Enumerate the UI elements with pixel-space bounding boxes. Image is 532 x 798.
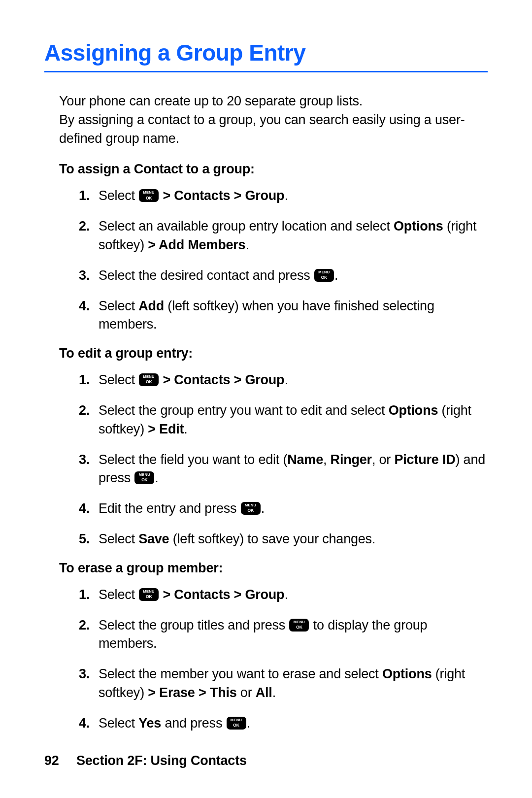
step-item: Select Add (left softkey) when you have … [79,297,488,334]
step-item: Select the member you want to erase and … [79,665,488,702]
step-item: Select Yes and press . [79,714,488,733]
bold-run: > Contacts > Group [163,372,284,387]
bold-run: Add [138,299,164,313]
text-run: Select [99,188,138,203]
menu-ok-icon [314,269,334,282]
bold-run: Ringer [331,452,372,467]
text-run: and press [161,716,226,731]
step-item: Select the field you want to edit (Name,… [79,451,488,488]
text-run: Edit the entry and press [99,501,240,516]
bold-run: > Edit [148,422,184,436]
text-run: Select [99,532,138,546]
subheading: To erase a group member: [59,561,488,576]
step-item: Select Save (left softkey) to save your … [79,530,488,549]
text-run: . [245,237,249,252]
section-label: Section 2F: Using Contacts [76,753,247,768]
text-run: Select the desired contact and press [99,268,314,283]
text-run: . [334,268,338,283]
step-item: Select the group entry you want to edit … [79,401,488,439]
text-run: , [323,452,331,467]
menu-ok-icon [139,588,159,601]
step-item: Select > Contacts > Group. [79,187,488,205]
step-list: Select > Contacts > Group.Select the gro… [79,371,488,549]
page-number: 92 [44,753,59,768]
text-run: . [247,716,250,731]
text-run: Select the field you want to edit ( [99,452,287,467]
menu-ok-icon [134,471,154,484]
bold-run: > Add Members [148,237,245,252]
text-run: . [284,188,288,203]
menu-ok-icon [139,189,159,202]
step-list: Select > Contacts > Group.Select the gro… [79,586,488,733]
bold-run: Yes [138,716,161,731]
bold-run: Save [138,532,169,546]
text-run: Select the group entry you want to edit … [99,403,389,418]
text-run: . [284,372,288,387]
bold-run: > Erase > This [148,685,236,700]
page-footer: 92 Section 2F: Using Contacts [44,753,247,768]
sections-container: To assign a Contact to a group:Select > … [44,162,488,732]
bold-run: > Contacts > Group [163,587,284,602]
menu-ok-icon [241,502,261,515]
bold-run: All [256,685,272,700]
bold-run: Options [394,219,443,233]
text-run: Select [99,587,138,602]
menu-ok-icon [139,373,159,386]
text-run: (left softkey) to save your changes. [169,532,375,546]
text-run: Select an available group entry location… [99,219,394,233]
text-run: Select [99,299,138,313]
text-run: Select the member you want to erase and … [99,666,382,681]
document-page: Assigning a Group Entry Your phone can c… [0,0,532,798]
text-run: , or [372,452,395,467]
page-title: Assigning a Group Entry [44,39,488,72]
step-item: Select the desired contact and press . [79,266,488,285]
step-list: Select > Contacts > Group.Select an avai… [79,187,488,334]
text-run: Select the group titles and press [99,618,289,632]
text-run: . [261,501,265,516]
step-item: Edit the entry and press . [79,499,488,518]
bold-run: Options [382,666,432,681]
text-run: . [184,422,187,436]
text-run: Select [99,372,138,387]
subheading: To assign a Contact to a group: [59,162,488,177]
bold-run: Name [287,452,323,467]
text-run: Select [99,716,138,731]
bold-run: > Contacts > Group [163,188,284,203]
text-run: . [284,587,288,602]
step-item: Select the group titles and press to dis… [79,616,488,654]
step-item: Select > Contacts > Group. [79,371,488,390]
bold-run: Picture ID [394,452,455,467]
intro-paragraph: Your phone can create up to 20 separate … [59,92,488,148]
menu-ok-icon [227,717,246,730]
subheading: To edit a group entry: [59,346,488,361]
step-item: Select > Contacts > Group. [79,586,488,604]
text-run: . [272,685,276,700]
text-run: or [237,685,256,700]
menu-ok-icon [289,619,309,632]
bold-run: Options [389,403,438,418]
text-run: . [155,470,158,485]
step-item: Select an available group entry location… [79,217,488,255]
